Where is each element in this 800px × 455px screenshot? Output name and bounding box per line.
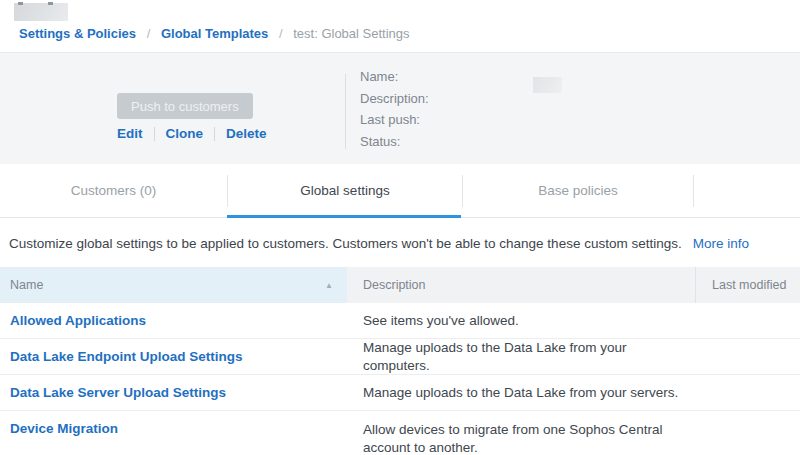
table-header-row: Name ▲ Description Last modified — [0, 267, 800, 303]
tab-customers[interactable]: Customers (0) — [0, 164, 227, 217]
breadcrumb-current: test: Global Settings — [293, 26, 409, 41]
status-field-label: Status: — [360, 131, 429, 153]
name-field-label: Name: — [360, 66, 429, 88]
more-info-link[interactable]: More info — [693, 236, 749, 251]
breadcrumb-separator: / — [147, 26, 151, 41]
topbar: Settings & Policies / Global Templates /… — [0, 0, 800, 52]
table-row: Allowed Applications See items you've al… — [0, 303, 800, 339]
column-header-name[interactable]: Name ▲ — [0, 267, 347, 303]
clone-link[interactable]: Clone — [166, 126, 204, 141]
breadcrumb-global-templates[interactable]: Global Templates — [161, 26, 268, 41]
sort-ascending-icon: ▲ — [325, 281, 333, 290]
breadcrumb-settings-policies[interactable]: Settings & Policies — [19, 26, 136, 41]
redacted-page-title — [14, 3, 68, 21]
setting-description-cell: Manage uploads to the Data Lake from you… — [347, 384, 695, 402]
description-field-label: Description: — [360, 88, 429, 110]
push-to-customers-button[interactable]: Push to customers — [117, 93, 253, 119]
breadcrumb: Settings & Policies / Global Templates /… — [19, 26, 410, 41]
table-row: Data Lake Endpoint Upload Settings Manag… — [0, 339, 800, 375]
setting-description-cell: Allow devices to migrate from one Sophos… — [347, 421, 695, 455]
vertical-divider — [345, 74, 346, 149]
breadcrumb-separator: / — [279, 26, 283, 41]
action-separator — [154, 127, 155, 141]
action-separator — [214, 127, 215, 141]
setting-link-data-lake-endpoint[interactable]: Data Lake Endpoint Upload Settings — [10, 349, 243, 364]
setting-name-cell: Device Migration — [0, 421, 347, 436]
redaction-artifact — [48, 2, 53, 5]
tab-base-policies[interactable]: Base policies — [463, 164, 693, 217]
setting-description-cell: See items you've allowed. — [347, 312, 695, 330]
redaction-artifact — [18, 2, 23, 5]
intro-sentence: Customize global settings to be applied … — [9, 236, 682, 251]
template-summary-header: Push to customers Edit Clone Delete Name… — [0, 52, 800, 164]
setting-link-device-migration[interactable]: Device Migration — [10, 421, 118, 436]
template-actions: Edit Clone Delete — [117, 126, 267, 141]
setting-name-cell: Data Lake Server Upload Settings — [0, 385, 347, 400]
column-header-name-label: Name — [10, 278, 43, 292]
global-settings-table: Name ▲ Description Last modified Allowed… — [0, 267, 800, 455]
edit-link[interactable]: Edit — [117, 126, 143, 141]
column-header-description[interactable]: Description — [347, 267, 695, 303]
tab-global-settings[interactable]: Global settings — [228, 164, 462, 217]
setting-link-data-lake-server[interactable]: Data Lake Server Upload Settings — [10, 385, 226, 400]
tabbar: Customers (0) Global settings Base polic… — [0, 164, 800, 218]
setting-link-allowed-applications[interactable]: Allowed Applications — [10, 313, 146, 328]
setting-description-cell: Manage uploads to the Data Lake from you… — [347, 339, 695, 375]
active-tab-underline — [227, 215, 461, 218]
column-header-last-modified[interactable]: Last modified — [695, 267, 800, 303]
setting-name-cell: Data Lake Endpoint Upload Settings — [0, 349, 347, 364]
setting-name-cell: Allowed Applications — [0, 313, 347, 328]
global-template-page: Settings & Policies / Global Templates /… — [0, 0, 800, 455]
last-push-field-label: Last push: — [360, 109, 429, 131]
template-details: Name: Description: Last push: Status: — [360, 66, 429, 152]
redacted-name-value — [533, 77, 562, 93]
table-row: Data Lake Server Upload Settings Manage … — [0, 375, 800, 411]
table-row: Device Migration Allow devices to migrat… — [0, 411, 800, 455]
tab-divider — [693, 175, 694, 207]
delete-link[interactable]: Delete — [226, 126, 267, 141]
intro-text: Customize global settings to be applied … — [9, 236, 800, 251]
